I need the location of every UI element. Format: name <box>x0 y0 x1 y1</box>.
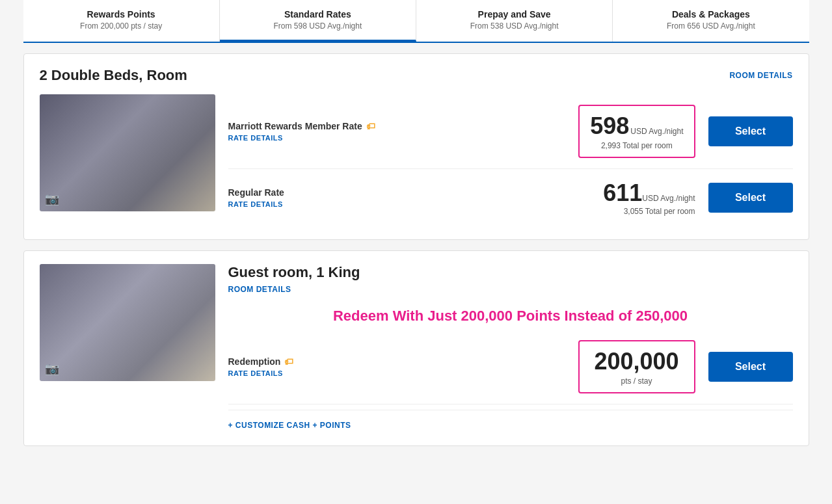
rate-info-redemption: Redemption 🏷 RATE DETAILS <box>228 356 578 377</box>
room-card-guest-king: 📷 Guest room, 1 King ROOM DETAILS Redeem… <box>23 250 809 446</box>
room-rates-guest-king: Guest room, 1 King ROOM DETAILS Redeem W… <box>215 264 793 432</box>
rate-name-member: Marriott Rewards Member Rate 🏷 <box>228 121 579 131</box>
rate-name-regular: Regular Rate <box>228 187 578 198</box>
tab-prepay-sub: From 538 USD Avg./night <box>427 21 602 31</box>
guest-room-title-area: Guest room, 1 King ROOM DETAILS <box>228 264 793 295</box>
promo-row-guest-king: Redeem With Just 200,000 Points Instead … <box>228 295 793 330</box>
tag-icon-member: 🏷 <box>366 121 375 131</box>
rate-row-regular: Regular Rate RATE DETAILS 611USD Avg./ni… <box>228 169 793 226</box>
tab-standard-title: Standard Rates <box>230 9 405 20</box>
price-highlight-member: 598USD Avg./night 2,993 Total per room <box>578 105 695 158</box>
room-body-guest-king: 📷 Guest room, 1 King ROOM DETAILS Redeem… <box>40 264 793 432</box>
tab-deals[interactable]: Deals & Packages From 656 USD Avg./night <box>613 0 809 42</box>
rate-details-link-redemption[interactable]: RATE DETAILS <box>228 369 578 377</box>
select-button-regular[interactable]: Select <box>708 183 793 213</box>
price-normal-regular: 611USD Avg./night 3,055 Total per room <box>578 179 695 216</box>
guest-room-top: Guest room, 1 King ROOM DETAILS <box>228 264 793 295</box>
room-rates-double-beds: Marriott Rewards Member Rate 🏷 RATE DETA… <box>215 94 793 226</box>
room-card-double-beds: 2 Double Beds, Room ROOM DETAILS 📷 Marri… <box>23 53 809 240</box>
room-details-link-double-beds[interactable]: ROOM DETAILS <box>729 71 792 80</box>
price-main-member: 598USD Avg./night <box>590 125 683 136</box>
select-button-redemption[interactable]: Select <box>708 352 793 382</box>
price-total-member: 2,993 Total per room <box>590 141 683 150</box>
rate-info-member: Marriott Rewards Member Rate 🏷 RATE DETA… <box>228 121 579 142</box>
room-image-wrap-double-beds: 📷 <box>40 94 215 226</box>
room-title-double-beds: 2 Double Beds, Room <box>40 67 187 84</box>
room-image-bg-double-beds: 📷 <box>40 94 215 211</box>
tab-rewards[interactable]: Rewards Points From 200,000 pts / stay <box>23 0 220 42</box>
rate-row-member: Marriott Rewards Member Rate 🏷 RATE DETA… <box>228 94 793 169</box>
room-image-guest-king: 📷 <box>40 264 215 381</box>
room-details-link-guest-king[interactable]: ROOM DETAILS <box>228 285 291 294</box>
rate-name-redemption: Redemption 🏷 <box>228 356 578 367</box>
room-title-guest-king: Guest room, 1 King <box>228 264 793 281</box>
tab-prepay[interactable]: Prepay and Save From 538 USD Avg./night <box>416 0 613 42</box>
room-image-wrap-guest-king: 📷 <box>40 264 215 432</box>
price-total-regular: 3,055 Total per room <box>578 207 695 216</box>
room-body-double-beds: 📷 Marriott Rewards Member Rate 🏷 RATE DE… <box>40 94 793 226</box>
tab-deals-title: Deals & Packages <box>623 9 798 20</box>
room-image-double-beds: 📷 <box>40 94 215 211</box>
rate-price-box-redemption: 200,000 pts / stay Select <box>578 340 793 393</box>
tab-prepay-title: Prepay and Save <box>427 9 602 20</box>
promo-text-guest-king: Redeem With Just 200,000 Points Instead … <box>228 308 793 325</box>
pts-main-redemption: 200,000 <box>594 348 678 375</box>
rate-price-box-member: 598USD Avg./night 2,993 Total per room S… <box>578 105 792 158</box>
tab-standard-sub: From 598 USD Avg./night <box>230 21 405 31</box>
rate-tabs: Rewards Points From 200,000 pts / stay S… <box>23 0 809 43</box>
points-price-box-redemption: 200,000 pts / stay <box>578 340 695 393</box>
rate-details-link-regular[interactable]: RATE DETAILS <box>228 200 578 208</box>
tag-icon-redemption: 🏷 <box>284 356 293 367</box>
rate-info-regular: Regular Rate RATE DETAILS <box>228 187 578 208</box>
pts-unit-redemption: pts / stay <box>590 377 684 386</box>
select-button-member[interactable]: Select <box>708 116 793 146</box>
tab-rewards-title: Rewards Points <box>34 9 209 20</box>
camera-icon-double-beds: 📷 <box>45 192 59 206</box>
camera-icon-guest-king: 📷 <box>45 362 59 376</box>
rate-row-redemption: Redemption 🏷 RATE DETAILS 200,000 pts / … <box>228 330 793 405</box>
tab-standard[interactable]: Standard Rates From 598 USD Avg./night <box>220 0 416 42</box>
room-header-double-beds: 2 Double Beds, Room ROOM DETAILS <box>40 67 793 84</box>
customize-link-guest-king[interactable]: + CUSTOMIZE CASH + POINTS <box>228 421 793 430</box>
room-image-bg-guest-king: 📷 <box>40 264 215 381</box>
rate-details-link-member[interactable]: RATE DETAILS <box>228 134 579 142</box>
tab-deals-sub: From 656 USD Avg./night <box>623 21 798 31</box>
tab-rewards-sub: From 200,000 pts / stay <box>34 21 209 31</box>
rate-price-box-regular: 611USD Avg./night 3,055 Total per room S… <box>578 179 793 216</box>
customize-row-guest-king: + CUSTOMIZE CASH + POINTS <box>228 410 793 432</box>
